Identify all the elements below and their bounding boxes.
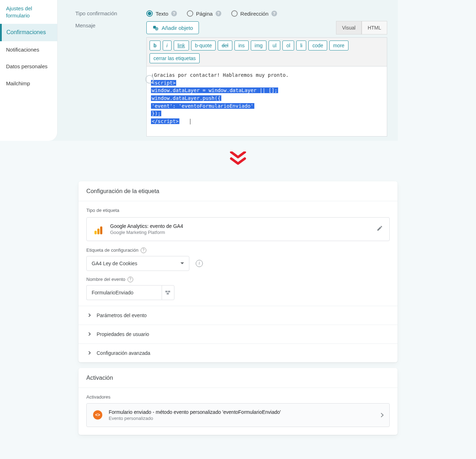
help-icon[interactable]: ? [141,247,146,253]
edit-pencil-icon[interactable] [377,225,383,233]
radio-empty-icon [231,10,238,17]
help-icon[interactable]: ? [271,11,277,16]
code-line-push-open: window.dataLayer.push({ [151,95,221,101]
toolbar-del[interactable]: del [218,41,232,50]
event-name-input[interactable]: FormularioEnviado [86,285,162,300]
radio-redirect[interactable]: Redirección ? [231,10,277,17]
tab-html[interactable]: HTML [362,21,387,34]
toolbar-ins[interactable]: ins [234,41,249,50]
add-object-label: Añadir objeto [162,25,193,31]
svg-rect-4 [166,291,168,293]
config-tag-value: GA4 Ley de Cookies [92,261,137,266]
message-code-editor[interactable]: ¡Gracias por contactar! Hablaremos muy p… [146,66,387,137]
code-line-push-close: }); [151,111,161,116]
code-line-greeting: ¡Gracias por contactar! Hablaremos muy p… [151,71,383,79]
confirmation-type-label: Tipo confirmación [75,9,146,17]
expand-label: Configuración avanzada [97,350,150,356]
radio-text[interactable]: Texto ? [146,10,177,17]
event-name-field-label: Nombre del evento ? [86,277,390,282]
radio-page-label: Página [196,11,213,17]
confirmation-type-radio-group: Texto ? Página ? Redirección ? [146,9,387,17]
trigger-subtitle: Evento personalizado [109,416,281,421]
add-object-icon [152,25,159,31]
help-icon[interactable]: ? [128,277,133,282]
expand-label: Parámetros del evento [97,313,147,318]
tag-config-header: Configuración de la etiqueta [79,181,397,201]
tag-config-card: Configuración de la etiqueta Tipo de eti… [79,181,397,362]
expand-advanced[interactable]: Configuración avanzada [79,343,397,362]
activation-card: Activación Activadores <> Formulario env… [79,368,397,435]
sidebar-item-confirmations[interactable]: Confirmaciones [0,24,57,41]
tag-type-title: Google Analytics: evento de GA4 [110,223,183,229]
gtm-panel: Configuración de la etiqueta Tipo de eti… [79,181,397,435]
radio-dot-icon [146,10,153,17]
info-icon[interactable]: i [196,260,203,267]
code-line-script-close: </script> [151,118,179,124]
message-label: Mensaje [75,21,146,28]
code-line-datalayer-init: window.dataLayer = window.dataLayer || [… [151,87,278,93]
sidebar-item-form-settings[interactable]: Ajustes del formulario [0,0,57,24]
toolbar-code[interactable]: code [308,41,327,50]
arrow-divider-icon [0,141,476,181]
trigger-row[interactable]: <> Formulario enviado - método evento pe… [86,403,390,427]
chevron-right-icon [380,412,383,418]
code-line-script-open: <script> [151,80,176,86]
help-icon[interactable]: ? [171,11,177,16]
wordpress-confirmation-panel: Ajustes del formulario Confirmaciones No… [0,0,398,141]
code-line-event: 'event': 'eventoFormularioEnviado' [151,103,254,109]
toolbar-close-tags[interactable]: cerrar las etiquetas [150,53,200,63]
chevron-right-icon [87,351,91,355]
tag-type-subtitle: Google Marketing Platform [110,230,183,235]
toolbar-link[interactable]: link [174,41,189,50]
chevron-right-icon [87,332,91,336]
help-icon[interactable]: ? [216,11,221,16]
trigger-title: Formulario enviado - método evento perso… [109,409,281,415]
config-tag-field-label: Etiqueta de configuración ? [86,247,390,253]
toolbar-li[interactable]: li [296,41,306,50]
radio-text-label: Texto [156,11,168,17]
svg-rect-6 [167,293,169,295]
toolbar-ul[interactable]: ul [269,41,280,50]
radio-page[interactable]: Página ? [187,10,221,17]
chevron-down-icon [180,262,184,264]
tag-type-selector[interactable]: Google Analytics: evento de GA4 Google M… [86,217,390,241]
expand-event-params[interactable]: Parámetros del evento [79,306,397,325]
text-caret [190,119,190,124]
sidebar-item-personal-data[interactable]: Datos personales [0,58,57,75]
activation-header: Activación [79,368,397,388]
chevron-right-icon [87,314,91,317]
toolbar-italic[interactable]: i [163,41,172,50]
triggers-label: Activadores [79,388,397,403]
expand-user-props[interactable]: Propiedades de usuario [79,325,397,343]
config-tag-select[interactable]: GA4 Ley de Cookies [86,256,189,271]
toolbar-ol[interactable]: ol [282,41,294,50]
ga4-icon [93,224,104,234]
toolbar-img[interactable]: img [251,41,267,50]
editor-toolbar: b i link b-quote del ins img ul ol li co… [146,37,387,53]
tag-type-section-label: Tipo de etiqueta [79,201,397,217]
toolbar-bquote[interactable]: b-quote [191,41,216,50]
tab-visual[interactable]: Visual [336,21,362,34]
add-object-button[interactable]: Añadir objeto [146,21,199,34]
variable-picker-button[interactable] [162,285,174,300]
radio-redirect-label: Redirección [240,11,269,17]
custom-event-icon: <> [93,410,102,420]
sidebar-item-mailchimp[interactable]: Mailchimp [0,75,57,92]
selection-handle-icon [145,75,154,84]
settings-sidebar: Ajustes del formulario Confirmaciones No… [0,0,58,141]
svg-rect-5 [168,291,170,293]
toolbar-bold[interactable]: b [150,41,161,50]
toolbar-more[interactable]: more [329,41,348,50]
expand-label: Propiedades de usuario [97,331,149,337]
brick-icon [165,290,171,295]
confirmation-main: Tipo confirmación Texto ? Página ? [58,0,398,141]
radio-empty-icon [187,10,193,17]
sidebar-item-notifications[interactable]: Notificaciones [0,41,57,58]
